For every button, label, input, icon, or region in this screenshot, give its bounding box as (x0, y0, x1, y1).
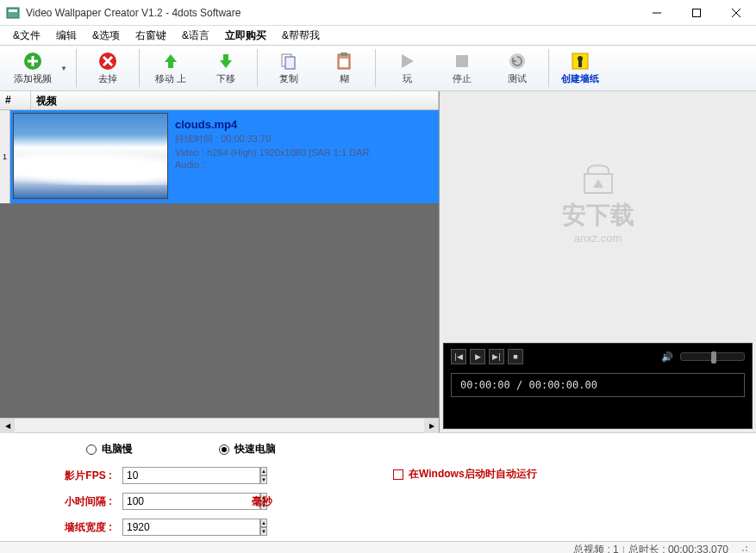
menu-language[interactable]: &语言 (174, 27, 217, 45)
autostart-checkbox[interactable]: 在Windows启动时自动运行 (393, 467, 537, 482)
spin-down-icon[interactable]: ▼ (260, 527, 267, 536)
col-video[interactable]: 视频 (31, 91, 439, 109)
add-video-button[interactable]: 添加视频 (5, 47, 60, 90)
checkbox-icon (393, 469, 403, 480)
status-video-count: 总视频 : 1 (573, 543, 619, 553)
remove-label: 去掉 (98, 72, 117, 85)
app-icon (6, 6, 20, 20)
video-filename: clouds.mp4 (175, 118, 369, 131)
player-next-button[interactable]: ▶| (489, 349, 504, 364)
radio-icon (219, 444, 229, 455)
table-header: # 视频 (0, 91, 439, 110)
player-prev-button[interactable]: |◀ (451, 349, 466, 364)
menu-help[interactable]: &帮帮我 (274, 27, 328, 45)
maximize-button[interactable] (677, 0, 716, 25)
minimize-button[interactable] (637, 0, 677, 25)
copy-label: 复制 (279, 72, 298, 85)
paste-label: 糊 (340, 72, 349, 85)
video-info: clouds.mp4 持续时间 : 00:00:33.70 Video : h2… (175, 113, 369, 201)
main-area: # 视频 1 clouds.mp4 持续时间 : 00:00:33.70 Vid… (0, 91, 756, 432)
test-icon (507, 51, 528, 71)
preview-area: 安下载 anxz.com (440, 91, 756, 339)
paste-button[interactable]: 糊 (316, 47, 372, 90)
copy-icon (278, 51, 299, 71)
moveup-label: 移动 上 (155, 72, 186, 85)
svg-point-22 (746, 546, 747, 548)
create-wallpaper-button[interactable]: 创建墙纸 (553, 47, 608, 90)
svg-rect-21 (578, 60, 582, 67)
video-codec: Video : h264 (High) 1920x1080 [SAR 1:1 D… (175, 147, 369, 158)
remove-icon (97, 51, 118, 71)
menu-edit[interactable]: 编辑 (48, 27, 84, 45)
add-label: 添加视频 (14, 72, 52, 85)
video-duration: 持续时间 : 00:00:33.70 (175, 133, 369, 146)
video-thumbnail (13, 113, 168, 199)
toolbar: 添加视频 ▼ 去掉 移动 上 下移 复制 糊 玩 停止 测试 创建墙纸 (0, 45, 756, 91)
fps-input[interactable]: ▲▼ (122, 467, 234, 484)
svg-rect-1 (9, 9, 17, 12)
stop-label: 停止 (453, 72, 472, 85)
watermark: 安下载 anxz.com (562, 162, 634, 245)
play-icon (397, 51, 417, 71)
resize-grip-icon[interactable] (737, 544, 749, 554)
menu-options[interactable]: &选项 (84, 27, 128, 45)
col-index[interactable]: # (0, 91, 31, 109)
menu-context[interactable]: 右窗键 (128, 27, 174, 45)
player-time: 00:00:00 / 00:00:00.00 (451, 373, 745, 397)
play-label: 玩 (403, 72, 412, 85)
menubar: &文件 编辑 &选项 右窗键 &语言 立即购买 &帮帮我 (0, 26, 756, 45)
down-icon (216, 51, 236, 71)
scroll-right-icon[interactable]: ▶ (424, 419, 439, 433)
player-play-button[interactable]: ▶ (470, 349, 485, 364)
paste-icon (334, 51, 354, 71)
menu-file[interactable]: &文件 (5, 27, 48, 45)
settings-panel: 电脑慢 快速电脑 影片FPS : ▲▼ 小时间隔 : ▲▼ 毫秒 (0, 432, 756, 541)
preview-pane: 安下载 anxz.com |◀ ▶ ▶| ■ 🔊 00:00:00 / 00:0… (440, 91, 756, 432)
status-total-duration: 总时长 : 00:00:33.070 (628, 543, 728, 553)
svg-point-23 (742, 550, 744, 551)
video-audio: Audio : (175, 159, 369, 170)
radio-slow-pc[interactable]: 电脑慢 (86, 442, 133, 457)
svg-rect-15 (341, 53, 347, 56)
menu-buy[interactable]: 立即购买 (217, 27, 274, 45)
play-button[interactable]: 玩 (379, 47, 434, 90)
width-input[interactable]: ▲▼ (122, 519, 234, 536)
add-icon (22, 51, 43, 71)
create-icon (570, 51, 590, 71)
spin-down-icon[interactable]: ▼ (260, 475, 267, 484)
close-button[interactable] (716, 0, 756, 25)
scroll-left-icon[interactable]: ◀ (0, 419, 15, 433)
moveup-button[interactable]: 移动 上 (143, 47, 198, 90)
media-player: |◀ ▶ ▶| ■ 🔊 00:00:00 / 00:00:00.00 (443, 343, 753, 429)
add-dropdown[interactable]: ▼ (60, 65, 72, 72)
spin-up-icon[interactable]: ▲ (260, 467, 267, 475)
up-icon (160, 51, 181, 71)
volume-slider[interactable] (680, 352, 745, 361)
radio-icon (86, 444, 97, 455)
video-list-pane: # 视频 1 clouds.mp4 持续时间 : 00:00:33.70 Vid… (0, 91, 440, 432)
svg-point-18 (509, 53, 525, 69)
svg-rect-0 (7, 8, 19, 18)
copy-button[interactable]: 复制 (261, 47, 316, 90)
interval-label: 小时间隔 : (34, 494, 112, 509)
svg-rect-16 (340, 59, 348, 67)
svg-rect-13 (285, 57, 295, 69)
row-index: 1 (0, 110, 10, 203)
width-label: 墙纸宽度 : (34, 520, 112, 535)
movedown-button[interactable]: 下移 (198, 47, 253, 90)
video-row[interactable]: 1 clouds.mp4 持续时间 : 00:00:33.70 Video : … (0, 110, 439, 203)
remove-button[interactable]: 去掉 (80, 47, 135, 90)
horizontal-scrollbar[interactable]: ◀ ▶ (0, 418, 439, 432)
stop-button[interactable]: 停止 (434, 47, 490, 90)
radio-fast-pc[interactable]: 快速电脑 (219, 442, 276, 457)
player-stop-button[interactable]: ■ (508, 349, 523, 364)
window-title: Video Wallpaper Creator V1.2 - 4dots Sof… (26, 7, 637, 19)
volume-icon[interactable]: 🔊 (661, 351, 673, 363)
spin-up-icon[interactable]: ▲ (260, 519, 267, 527)
svg-rect-17 (456, 55, 468, 67)
video-list[interactable]: 1 clouds.mp4 持续时间 : 00:00:33.70 Video : … (0, 110, 439, 418)
stop-icon (452, 51, 472, 71)
test-button[interactable]: 测试 (490, 47, 545, 90)
fps-label: 影片FPS : (34, 469, 112, 483)
interval-input[interactable]: ▲▼ (122, 493, 234, 510)
